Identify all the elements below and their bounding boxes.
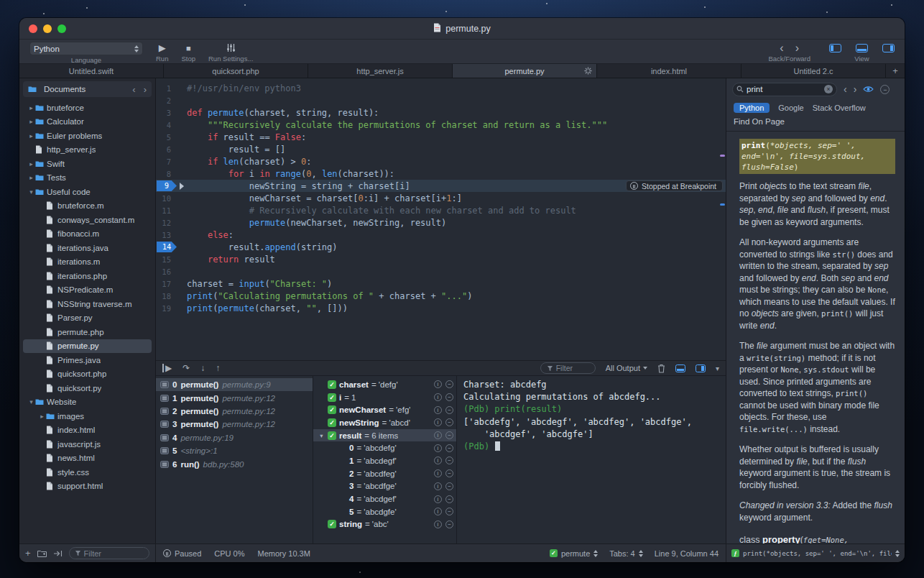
remove-watch-icon[interactable]: − [445, 457, 453, 464]
remove-watch-icon[interactable]: − [445, 520, 453, 528]
tab-untitled-swift[interactable]: Untitled.swift [19, 64, 164, 78]
remove-panel-icon[interactable]: − [880, 85, 890, 94]
code-text[interactable]: #!/usr/bin/env python3 [177, 83, 301, 93]
toggle-docs-panel-icon[interactable] [882, 44, 895, 52]
new-tab-button[interactable]: + [886, 64, 905, 78]
tab-http-server-js[interactable]: http_server.js [308, 64, 453, 78]
tree-folder-calculator[interactable]: ▸Calculator [23, 115, 152, 129]
new-folder-button[interactable] [37, 550, 47, 557]
checkbox-checked-icon[interactable]: ✓ [328, 520, 336, 528]
callstack-frame-0[interactable]: 0permute()permute.py:9 [156, 378, 313, 391]
tree-file-conways-constant-m[interactable]: conways_constant.m [23, 213, 152, 227]
variable-row-0[interactable]: 0= 'abcdefg'i− [313, 441, 456, 454]
info-icon[interactable]: i [434, 469, 442, 477]
checkbox-checked-icon[interactable]: ✓ [328, 431, 336, 440]
back-button[interactable]: ‹ [780, 42, 783, 55]
variable-row-4[interactable]: 4= 'abcdgef'i− [313, 492, 456, 505]
variable-row-5[interactable]: 5= 'abcdgfe'i− [313, 505, 456, 518]
doc-tab-google[interactable]: Google [778, 104, 803, 112]
add-file-button[interactable]: + [25, 548, 31, 559]
line-number-gutter[interactable]: 6 [156, 145, 177, 154]
clear-console-button[interactable] [657, 364, 665, 373]
collapse-console-icon[interactable]: ▾ [716, 364, 719, 372]
language-dropdown[interactable]: Python [29, 42, 143, 55]
tab-index-html[interactable]: index.html [597, 64, 741, 78]
line-number-gutter[interactable]: 12 [156, 219, 177, 227]
tree-file-news-html[interactable]: news.html [23, 451, 152, 466]
code-text[interactable]: permute(newCharset, newString, result) [177, 218, 446, 228]
remove-watch-icon[interactable]: − [445, 482, 453, 490]
tree-folder-tests[interactable]: ▸Tests [23, 171, 152, 185]
code-editor[interactable]: 1#!/usr/bin/env python323def permute(cha… [156, 78, 726, 360]
tree-file-http-server-js[interactable]: http_server.js [23, 143, 152, 157]
tree-file-iterations-java[interactable]: iterations.java [23, 241, 152, 255]
callstack-frame-2[interactable]: 2permute()permute.py:12 [156, 405, 313, 418]
forward-button[interactable]: › [795, 42, 799, 55]
variable-row-2[interactable]: 2= 'abcdfeg'i− [313, 467, 456, 480]
line-number-gutter[interactable]: 14 [156, 242, 177, 252]
tree-folder-useful-code[interactable]: ▾Useful code [23, 185, 152, 199]
callstack-frame-6[interactable]: 6run()bdb.py:580 [156, 457, 313, 470]
output-type-dropdown[interactable]: All Output [606, 364, 647, 372]
tree-file-quicksort-py[interactable]: quicksort.py [23, 381, 152, 395]
step-over-button[interactable]: ↷ [183, 364, 190, 372]
line-number-gutter[interactable]: 10 [156, 194, 177, 203]
tree-file-parser-py[interactable]: Parser.py [23, 311, 152, 326]
target-dropdown[interactable]: ✓ permute [550, 549, 598, 558]
code-text[interactable]: else: [177, 230, 234, 240]
info-icon[interactable]: i [434, 520, 442, 528]
remove-watch-icon[interactable]: − [445, 508, 453, 515]
tree-folder-euler-problems[interactable]: ▸Euler problems [23, 129, 152, 143]
remove-watch-icon[interactable]: − [445, 393, 453, 401]
sidebar-header[interactable]: Documents ‹ › [23, 81, 152, 97]
tree-file-support-html[interactable]: support.html [23, 480, 152, 494]
line-number-gutter[interactable]: 11 [156, 206, 177, 215]
info-icon[interactable]: i [434, 457, 442, 464]
find-on-page-button[interactable]: Find On Page [726, 115, 905, 132]
close-window-button[interactable] [29, 24, 37, 33]
info-icon[interactable]: i [434, 406, 442, 414]
zoom-window-button[interactable] [57, 24, 66, 33]
symbol-dropdown[interactable]: ƒ print(*objects, sep=' ', end='\n', fil… [726, 544, 905, 562]
sidebar-forward-button[interactable]: › [144, 84, 147, 95]
doc-back-button[interactable]: ‹ [844, 84, 847, 94]
remove-watch-icon[interactable]: − [445, 431, 453, 439]
breakpoint-badge[interactable]: 9 [157, 180, 177, 191]
info-icon[interactable]: i [434, 444, 442, 452]
doc-tab-python[interactable]: Python [734, 103, 770, 113]
line-number-gutter[interactable]: 19 [156, 304, 177, 313]
tree-folder-website[interactable]: ▾Website [23, 395, 152, 410]
tree-file-quicksort-php[interactable]: quicksort.php [23, 367, 152, 382]
info-icon[interactable]: i [434, 495, 442, 503]
run-button[interactable]: ▶ Run [156, 42, 168, 63]
stop-button[interactable]: ■ Stop [181, 42, 195, 63]
doc-search-field[interactable]: × [732, 83, 837, 96]
sidebar-back-button[interactable]: ‹ [132, 84, 135, 95]
tree-file-iterations-php[interactable]: iterations.php [23, 269, 152, 283]
callstack-frame-5[interactable]: 5<string>:1 [156, 444, 313, 457]
tree-file-fibonacci-m[interactable]: fibonacci.m [23, 227, 152, 242]
variable-row-charset[interactable]: ✓charset= 'defg'i− [313, 378, 456, 391]
doc-search-input[interactable] [747, 85, 821, 93]
tab-quicksort-php[interactable]: quicksort.php [164, 64, 308, 78]
checkbox-checked-icon[interactable]: ✓ [328, 393, 336, 402]
tree-folder-bruteforce[interactable]: ▸bruteforce [23, 101, 152, 115]
callstack-frame-1[interactable]: 1permute()permute.py:12 [156, 391, 313, 404]
remove-watch-icon[interactable]: − [445, 469, 453, 477]
tree-file-index-html[interactable]: index.html [23, 423, 152, 438]
line-number-gutter[interactable]: 5 [156, 133, 177, 142]
code-text[interactable]: """Recursively calculate the permutation… [177, 120, 607, 130]
tree-file-nspredicate-m[interactable]: NSPredicate.m [23, 283, 152, 298]
code-text[interactable]: result.append(string) [177, 242, 338, 252]
sidebar-filter-input[interactable] [84, 549, 144, 558]
console-output[interactable]: Charset: abcdefgCalculating permutations… [457, 376, 726, 543]
tree-folder-swift[interactable]: ▸Swift [23, 157, 152, 171]
reveal-file-button[interactable] [53, 550, 63, 557]
info-icon[interactable]: i [434, 393, 442, 401]
info-icon[interactable]: i [434, 482, 442, 490]
toggle-sidebar-icon[interactable] [829, 44, 841, 52]
code-text[interactable]: newString = string + charset[i] [177, 181, 410, 191]
variable-row-3[interactable]: 3= 'abcdfge'i− [313, 480, 456, 493]
line-number-gutter[interactable]: 15 [156, 255, 177, 264]
tree-file-permute-php[interactable]: permute.php [23, 325, 152, 339]
